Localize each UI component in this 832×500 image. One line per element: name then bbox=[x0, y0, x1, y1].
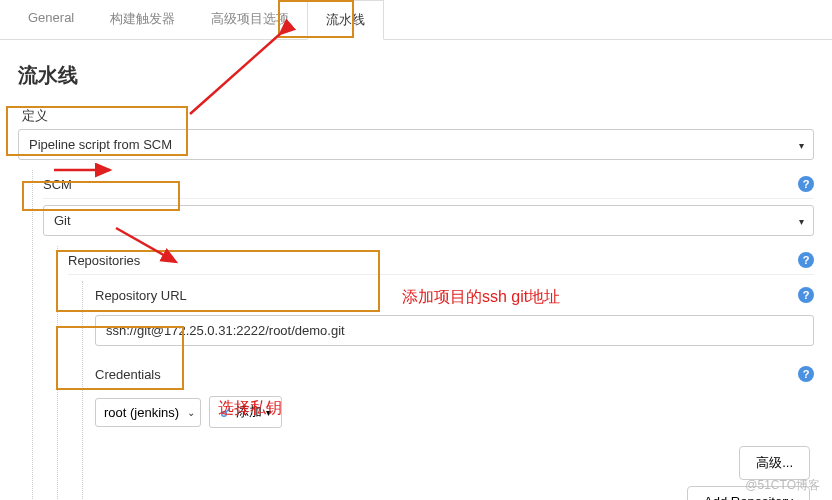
credentials-select[interactable]: root (jenkins) bbox=[95, 398, 201, 427]
tab-advanced-project[interactable]: 高级项目选项 bbox=[193, 0, 307, 39]
tab-build-triggers[interactable]: 构建触发器 bbox=[92, 0, 193, 39]
add-credentials-button[interactable]: 添加 ▾ bbox=[209, 396, 282, 428]
help-icon[interactable]: ? bbox=[798, 252, 814, 268]
advanced-button[interactable]: 高级... bbox=[739, 446, 810, 480]
tab-general[interactable]: General bbox=[10, 0, 92, 39]
scm-label: SCM bbox=[43, 177, 72, 192]
help-icon[interactable]: ? bbox=[798, 366, 814, 382]
definition-select[interactable]: Pipeline script from SCM bbox=[18, 129, 814, 160]
repo-url-label: Repository URL bbox=[95, 288, 187, 303]
help-icon[interactable]: ? bbox=[798, 287, 814, 303]
repositories-label: Repositories bbox=[68, 253, 140, 268]
pipeline-content: 流水线 定义 Pipeline script from SCM ▾ SCM ? … bbox=[0, 40, 832, 500]
svg-line-2 bbox=[228, 410, 230, 412]
key-icon bbox=[220, 406, 232, 418]
credentials-label: Credentials bbox=[95, 367, 161, 382]
caret-down-icon: ▾ bbox=[266, 407, 271, 418]
watermark: @51CTO博客 bbox=[745, 477, 820, 494]
page-title: 流水线 bbox=[18, 62, 814, 89]
definition-label: 定义 bbox=[18, 107, 814, 125]
add-credentials-label: 添加 bbox=[236, 403, 262, 421]
help-icon[interactable]: ? bbox=[798, 176, 814, 192]
repo-url-input[interactable] bbox=[95, 315, 814, 346]
tab-pipeline[interactable]: 流水线 bbox=[307, 0, 384, 40]
scm-select[interactable]: Git bbox=[43, 205, 814, 236]
config-tabs: General 构建触发器 高级项目选项 流水线 bbox=[0, 0, 832, 40]
